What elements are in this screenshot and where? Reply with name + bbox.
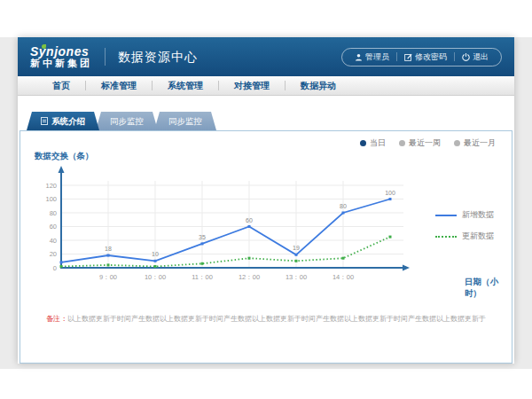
tab-system-intro[interactable]: 系统介绍 [27, 112, 99, 130]
svg-text:10：00: 10：00 [145, 273, 166, 281]
current-user-button[interactable]: 管理员 [348, 51, 396, 63]
svg-text:100: 100 [385, 190, 395, 196]
app-title: 数据资源中心 [105, 48, 198, 66]
svg-text:80: 80 [340, 203, 347, 209]
svg-text:0: 0 [53, 264, 57, 272]
tab-sync-monitor-2[interactable]: 同步监控 [154, 112, 216, 130]
logo-subtext: 新中新集团 [30, 59, 92, 69]
legend-item-new-data[interactable]: 新增数据 [435, 209, 494, 221]
tab-label: 同步监控 [110, 112, 144, 130]
svg-text:60: 60 [50, 223, 57, 231]
edit-icon [404, 53, 412, 61]
svg-text:14：00: 14：00 [332, 273, 354, 281]
radio-label: 最近一月 [464, 137, 496, 149]
svg-text:10: 10 [152, 251, 159, 257]
screenshot-canvas: Synjones 新中新集团 数据资源中心 管理员 [0, 0, 532, 399]
chart-x-axis-title: 日期（小时） [465, 277, 512, 300]
radio-icon [399, 140, 405, 146]
chart-legend: 新增数据 更新数据 [435, 209, 494, 242]
blue-line-swatch [435, 215, 457, 216]
chart-y-axis-title: 数据交换（条） [35, 151, 94, 162]
line-chart: 9：0010：0011：0012：0013：0014：0002040608010… [36, 163, 431, 283]
radio-today[interactable]: 当日 [360, 137, 386, 149]
radio-last-week[interactable]: 最近一周 [399, 137, 441, 149]
svg-text:80: 80 [50, 209, 57, 217]
radio-selected-icon [360, 140, 366, 146]
nav-item-standard-mgmt[interactable]: 标准管理 [86, 80, 152, 92]
svg-text:120: 120 [45, 182, 57, 190]
svg-text:9：00: 9：00 [99, 273, 117, 281]
svg-text:40: 40 [50, 237, 57, 245]
svg-text:100: 100 [45, 195, 57, 203]
radio-label: 最近一周 [409, 137, 441, 149]
tab-sync-monitor-1[interactable]: 同步监控 [96, 112, 158, 130]
range-filter: 当日 最近一周 最近一月 [360, 137, 496, 149]
footer-note: 备注：以上数据更新于时间产生数据以上数据更新于时间产生数据以上数据更新于时间产生… [20, 314, 512, 324]
logout-button[interactable]: 退出 [455, 51, 496, 63]
current-user-label: 管理员 [365, 51, 389, 63]
svg-text:19: 19 [293, 245, 300, 251]
tab-label: 同步监控 [168, 112, 202, 130]
svg-text:35: 35 [199, 234, 206, 240]
radio-icon [454, 140, 460, 146]
legend-label: 更新数据 [462, 231, 494, 242]
nav-item-data-change[interactable]: 数据异动 [286, 80, 351, 92]
main-nav: 首页 标准管理 系统管理 对接管理 数据异动 [18, 76, 514, 96]
svg-text:18: 18 [105, 246, 112, 252]
nav-item-home[interactable]: 首页 [37, 80, 85, 92]
change-password-label: 修改密码 [415, 51, 447, 63]
svg-text:60: 60 [246, 217, 253, 223]
app-header: Synjones 新中新集团 数据资源中心 管理员 [18, 37, 514, 76]
logout-label: 退出 [473, 51, 489, 63]
legend-item-updated-data[interactable]: 更新数据 [435, 231, 494, 242]
tab-bar: 系统介绍 同步监控 同步监控 [27, 112, 514, 130]
tab-label: 系统介绍 [51, 112, 85, 130]
svg-text:13：00: 13：00 [286, 273, 307, 281]
note-label: 备注： [46, 315, 67, 323]
radio-label: 当日 [370, 137, 386, 149]
radio-last-month[interactable]: 最近一月 [454, 137, 496, 149]
user-icon [355, 53, 363, 61]
app-window: Synjones 新中新集团 数据资源中心 管理员 [18, 37, 514, 364]
content-panel: 当日 最近一周 最近一月 数据交换（条） 9：0010：0011：0012：00… [20, 130, 512, 364]
nav-item-interface-mgmt[interactable]: 对接管理 [219, 80, 285, 92]
logo-text: Synjones [30, 45, 92, 59]
logo-leaf-icon [42, 44, 46, 49]
legend-label: 新增数据 [462, 209, 494, 221]
svg-text:11：00: 11：00 [192, 273, 213, 281]
document-icon [41, 117, 48, 125]
user-toolbar: 管理员 修改密码 退出 [341, 48, 502, 66]
svg-text:12：00: 12：00 [239, 273, 260, 281]
green-dotted-swatch [435, 236, 457, 238]
note-text: 以上数据更新于时间产生数据以上数据更新于时间产生数据以上数据更新于时间产生数据以… [67, 315, 486, 323]
svg-text:20: 20 [50, 250, 57, 258]
power-icon [462, 53, 470, 61]
nav-item-system-mgmt[interactable]: 系统管理 [153, 80, 218, 92]
brand-logo[interactable]: Synjones 新中新集团 [30, 45, 92, 68]
change-password-button[interactable]: 修改密码 [397, 51, 454, 63]
